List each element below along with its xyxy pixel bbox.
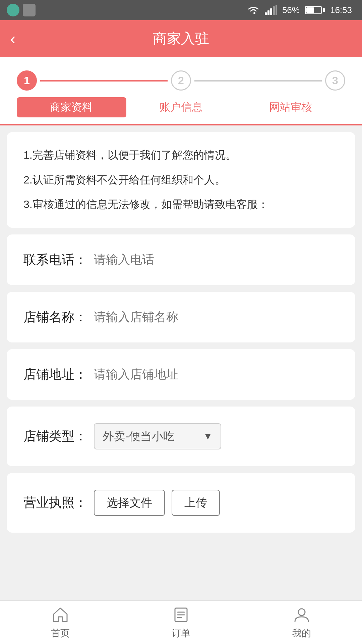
- phone-input[interactable]: [94, 253, 339, 267]
- info-line-2: 2.认证所需资料不公开给任何组织和个人。: [23, 170, 339, 190]
- nav-mine-label: 我的: [292, 627, 311, 640]
- shop-type-value: 外卖-便当小吃: [103, 429, 198, 444]
- shop-name-label: 店铺名称：: [23, 309, 87, 326]
- main-content: 1.完善店铺资料，以便于我们了解您的情况。 2.认证所需资料不公开给任何组织和个…: [0, 132, 362, 593]
- nav-order-label: 订单: [172, 627, 190, 640]
- red-divider: [0, 124, 362, 125]
- svg-rect-4: [276, 5, 277, 15]
- svg-rect-0: [265, 12, 267, 15]
- battery-percent: 56%: [282, 5, 300, 15]
- wifi-icon: [247, 5, 259, 15]
- upload-button[interactable]: 上传: [172, 490, 220, 516]
- info-line-1: 1.完善店铺资料，以便于我们了解您的情况。: [23, 146, 339, 165]
- back-button[interactable]: ‹: [10, 30, 16, 47]
- step-line-2: [194, 80, 322, 82]
- app-icon-1: [7, 4, 19, 16]
- stepper-row: 1 2 3: [17, 70, 345, 91]
- info-line-3: 3.审核通过的信息无法修改，如需帮助请致电客服：: [23, 195, 339, 214]
- page-title: 商家入驻: [153, 29, 209, 48]
- nav-home[interactable]: 首页: [0, 605, 121, 640]
- step-1-circle: 1: [17, 70, 37, 91]
- app-icon-2: [23, 4, 36, 16]
- phone-label: 联系电话：: [23, 251, 87, 268]
- step-2-circle: 2: [171, 70, 191, 91]
- shop-address-input[interactable]: [94, 367, 339, 381]
- shop-type-card: 店铺类型： 外卖-便当小吃 ▼: [7, 407, 355, 466]
- order-icon: [172, 605, 190, 624]
- page-header: ‹ 商家入驻: [0, 20, 362, 57]
- step-line-1: [40, 80, 168, 82]
- person-icon: [292, 605, 311, 624]
- stepper-wrapper: 1 2 3 商家资料 账户信息 网站审核: [0, 57, 362, 125]
- svg-point-9: [298, 609, 305, 615]
- license-label: 营业执照：: [23, 494, 87, 511]
- phone-card: 联系电话：: [7, 234, 355, 285]
- step-label-3: 网站审核: [236, 100, 345, 115]
- shop-address-card: 店铺地址：: [7, 349, 355, 400]
- step-labels: 商家资料 账户信息 网站审核: [17, 97, 345, 117]
- svg-rect-2: [270, 8, 272, 15]
- choose-file-button[interactable]: 选择文件: [94, 490, 165, 516]
- nav-home-label: 首页: [51, 627, 70, 640]
- license-card: 营业执照： 选择文件 上传: [7, 473, 355, 533]
- battery-icon: [305, 6, 325, 14]
- step-3-circle: 3: [325, 70, 345, 91]
- shop-type-select[interactable]: 外卖-便当小吃 ▼: [94, 423, 221, 449]
- status-bar: 56% 16:53: [0, 0, 362, 20]
- bottom-nav: 首页 订单 我的: [0, 600, 362, 644]
- step-label-1: 商家资料: [17, 97, 126, 117]
- shop-name-input[interactable]: [94, 310, 339, 324]
- time-display: 16:53: [330, 5, 352, 15]
- signal-icon: [265, 5, 277, 15]
- shop-type-label: 店铺类型：: [23, 428, 87, 445]
- step-label-2: 账户信息: [126, 100, 236, 115]
- nav-order[interactable]: 订单: [121, 605, 241, 640]
- file-buttons: 选择文件 上传: [94, 490, 220, 516]
- svg-rect-1: [267, 10, 269, 15]
- nav-mine[interactable]: 我的: [241, 605, 362, 640]
- info-box: 1.完善店铺资料，以便于我们了解您的情况。 2.认证所需资料不公开给任何组织和个…: [7, 132, 355, 228]
- svg-rect-3: [273, 6, 275, 15]
- chevron-down-icon: ▼: [203, 431, 213, 442]
- shop-name-card: 店铺名称：: [7, 292, 355, 342]
- shop-address-label: 店铺地址：: [23, 366, 87, 383]
- home-icon: [51, 605, 70, 624]
